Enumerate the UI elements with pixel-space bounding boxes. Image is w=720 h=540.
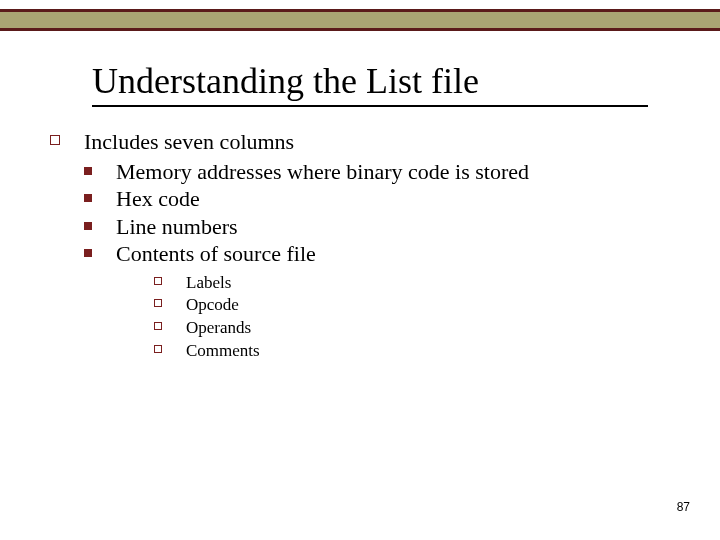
list-item: Comments bbox=[154, 340, 529, 363]
slide-title: Understanding the List file bbox=[92, 60, 648, 102]
square-filled-bullet-icon bbox=[84, 222, 92, 230]
list-item: Includes seven columns bbox=[50, 128, 529, 156]
level3-text: Comments bbox=[186, 340, 260, 363]
list-item: Hex code bbox=[84, 185, 529, 213]
square-open-bullet-icon bbox=[154, 345, 162, 353]
list-item: Contents of source file bbox=[84, 240, 529, 268]
square-filled-bullet-icon bbox=[84, 249, 92, 257]
level3-text: Opcode bbox=[186, 294, 239, 317]
decorative-top-band bbox=[0, 9, 720, 31]
level3-text: Labels bbox=[186, 272, 231, 295]
content-block: Includes seven columns Memory addresses … bbox=[50, 128, 529, 363]
level2-text: Hex code bbox=[116, 185, 200, 213]
title-container: Understanding the List file bbox=[92, 60, 648, 107]
square-open-bullet-icon bbox=[50, 135, 60, 145]
square-open-bullet-icon bbox=[154, 322, 162, 330]
list-item: Opcode bbox=[154, 294, 529, 317]
square-open-bullet-icon bbox=[154, 277, 162, 285]
page-number: 87 bbox=[677, 500, 690, 514]
level1-text: Includes seven columns bbox=[84, 128, 294, 156]
list-item: Memory addresses where binary code is st… bbox=[84, 158, 529, 186]
level2-text: Contents of source file bbox=[116, 240, 316, 268]
level2-text: Memory addresses where binary code is st… bbox=[116, 158, 529, 186]
square-filled-bullet-icon bbox=[84, 167, 92, 175]
level2-text: Line numbers bbox=[116, 213, 238, 241]
list-item: Operands bbox=[154, 317, 529, 340]
list-item: Labels bbox=[154, 272, 529, 295]
level2-list: Memory addresses where binary code is st… bbox=[84, 158, 529, 364]
level3-text: Operands bbox=[186, 317, 251, 340]
list-item: Line numbers bbox=[84, 213, 529, 241]
square-open-bullet-icon bbox=[154, 299, 162, 307]
square-filled-bullet-icon bbox=[84, 194, 92, 202]
level3-list: Labels Opcode Operands Comments bbox=[154, 272, 529, 364]
